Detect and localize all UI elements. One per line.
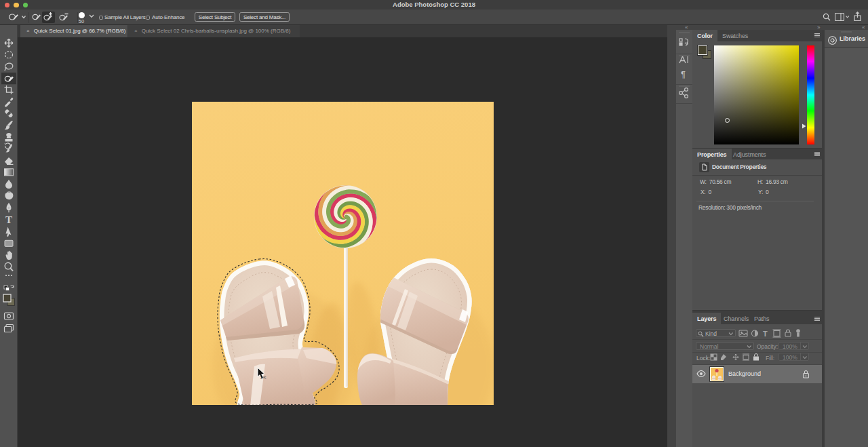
- svg-text:✄: ✄: [260, 374, 267, 381]
- svg-text:T: T: [763, 330, 768, 338]
- svg-text:¶: ¶: [681, 69, 686, 79]
- svg-text:T: T: [5, 214, 12, 225]
